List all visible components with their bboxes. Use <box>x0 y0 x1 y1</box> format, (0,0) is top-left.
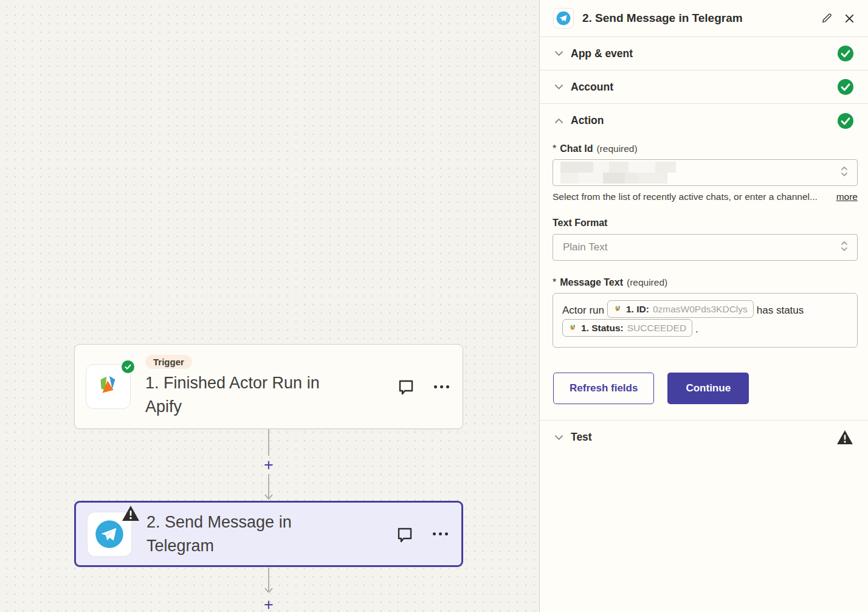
step-options-button[interactable] <box>434 385 449 388</box>
step-options-button[interactable] <box>433 532 448 535</box>
section-app-event[interactable]: App & event <box>540 37 868 70</box>
arrow-down-icon <box>263 474 275 501</box>
section-label: Action <box>571 114 830 127</box>
step-success-badge <box>120 359 136 374</box>
action-form: * Chat Id (required) Select from the lis… <box>540 137 868 404</box>
message-text-label: * Message Text (required) <box>553 277 858 288</box>
chevron-down-icon <box>554 50 563 57</box>
telegram-logo-icon <box>94 518 125 550</box>
close-panel-button[interactable] <box>844 13 855 24</box>
required-asterisk: * <box>553 277 556 288</box>
arrow-down-icon <box>263 568 275 593</box>
add-note-button[interactable] <box>395 524 415 544</box>
section-label: Test <box>571 431 829 444</box>
section-label: Account <box>571 81 830 94</box>
required-asterisk: * <box>553 143 556 154</box>
more-options-icon <box>434 385 449 388</box>
zap-editor-canvas[interactable]: Trigger 1. Finished Actor Run in Apify + <box>0 0 539 612</box>
field-token-id[interactable]: 1. ID:0zmasW0Pds3KDClys <box>607 300 754 318</box>
telegram-app-icon <box>87 512 132 557</box>
step-connector: + <box>263 568 275 612</box>
more-link[interactable]: more <box>836 191 858 202</box>
message-prefix: Actor run <box>562 304 604 316</box>
select-chevrons-icon <box>840 165 849 180</box>
step-warning-badge <box>122 505 140 524</box>
status-complete-icon <box>838 79 853 95</box>
add-step-button[interactable]: + <box>264 458 274 472</box>
message-text-editor[interactable]: Actor run1. ID:0zmasW0Pds3KDClyshas stat… <box>553 293 858 348</box>
section-label: App & event <box>571 47 830 60</box>
select-chevrons-icon <box>840 240 849 255</box>
status-complete-icon <box>838 113 853 129</box>
trigger-pill: Trigger <box>145 355 192 369</box>
chat-id-label: * Chat Id (required) <box>553 143 858 154</box>
apify-logo-icon <box>94 373 122 401</box>
apify-app-icon <box>86 364 131 409</box>
text-format-value: Plain Text <box>563 241 607 253</box>
pencil-icon <box>821 13 832 24</box>
field-token-status[interactable]: 1. Status:SUCCEEDED <box>562 319 692 337</box>
status-warning-icon <box>836 430 853 445</box>
chat-id-helper-text: Select from the list of recently active … <box>553 191 836 202</box>
refresh-fields-button[interactable]: Refresh fields <box>553 373 654 404</box>
step-connector: + <box>263 429 275 501</box>
comment-icon <box>396 377 416 396</box>
trigger-step-card[interactable]: Trigger 1. Finished Actor Run in Apify <box>74 344 463 429</box>
telegram-logo-icon <box>556 10 571 26</box>
apify-logo-icon <box>568 323 577 332</box>
apify-logo-icon <box>613 304 622 314</box>
text-format-select[interactable]: Plain Text <box>553 234 858 261</box>
action-step-card[interactable]: 2. Send Message in Telegram <box>74 501 463 567</box>
connector-line <box>268 429 269 456</box>
comment-icon <box>395 524 415 544</box>
add-note-button[interactable] <box>396 377 416 396</box>
close-icon <box>844 13 855 24</box>
more-options-icon <box>433 532 448 535</box>
section-test[interactable]: Test <box>540 421 868 454</box>
add-step-button[interactable]: + <box>264 597 274 612</box>
chevron-down-icon <box>554 435 563 441</box>
chat-id-select[interactable] <box>553 159 858 186</box>
chevron-down-icon <box>554 84 563 90</box>
telegram-app-icon <box>553 8 574 29</box>
continue-button[interactable]: Continue <box>667 373 749 404</box>
section-action[interactable]: Action <box>540 104 868 137</box>
panel-title: 2. Send Message in Telegram <box>582 12 813 25</box>
text-format-label: Text Format <box>553 218 858 229</box>
action-step-title: 2. Send Message in Telegram <box>146 511 360 557</box>
trigger-step-title: 1. Finished Actor Run in Apify <box>145 371 359 418</box>
chevron-up-icon <box>554 118 563 124</box>
rename-step-button[interactable] <box>821 13 832 24</box>
message-middle-text: has status <box>757 304 804 316</box>
step-settings-panel: 2. Send Message in Telegram App & event … <box>539 0 868 612</box>
section-account[interactable]: Account <box>540 70 868 104</box>
status-complete-icon <box>838 46 853 61</box>
redacted-chat-value <box>560 162 682 184</box>
message-suffix: . <box>695 323 698 335</box>
